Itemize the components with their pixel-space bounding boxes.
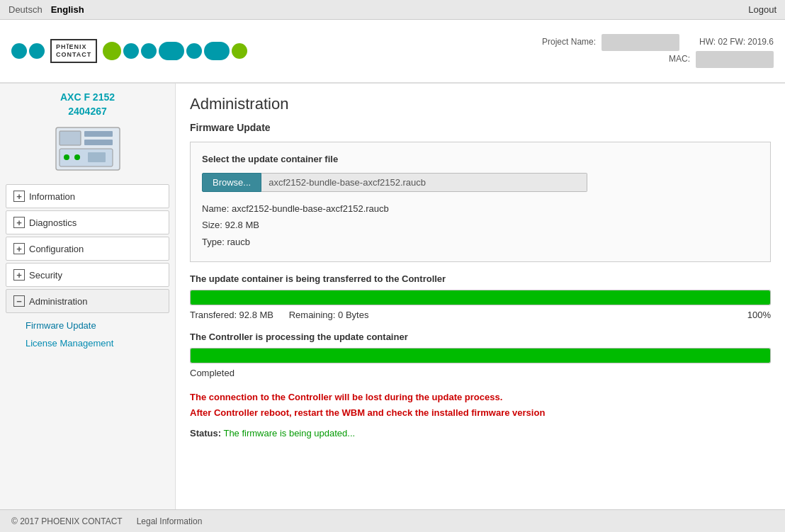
footer: © 2017 PHOENIX CONTACT Legal Information bbox=[0, 509, 785, 532]
sidebar-item-diagnostics[interactable]: + Diagnostics bbox=[6, 210, 169, 234]
device-title: AXC F 2152 2404267 bbox=[6, 91, 169, 118]
header: PHǐENIX CONTACT Project Name: HW: 02 FW:… bbox=[0, 20, 785, 84]
logo-circle-teal2 bbox=[29, 43, 45, 59]
device-model: AXC F 2152 bbox=[6, 91, 169, 105]
mac-row: MAC: bbox=[542, 51, 774, 68]
logo-text: PHǐENIX CONTACT bbox=[50, 39, 97, 63]
file-input-row: Browse... axcf2152-bundle-base-axcf2152.… bbox=[202, 173, 759, 192]
expand-icon-administration: − bbox=[13, 295, 25, 307]
sidebar-item-information[interactable]: + Information bbox=[6, 184, 169, 208]
hw-info: HW: 02 FW: 2019.6 bbox=[699, 35, 774, 50]
sidebar-item-security-label: Security bbox=[29, 270, 62, 281]
mac-value bbox=[696, 51, 774, 68]
warning-line1: The connection to the Controller will be… bbox=[190, 390, 771, 405]
administration-subnav: Firmware Update License Management bbox=[6, 315, 169, 353]
device-svg bbox=[52, 124, 123, 174]
expand-icon-security: + bbox=[13, 269, 25, 281]
transfer-progress-fill bbox=[191, 290, 770, 305]
status-label: Status: bbox=[190, 428, 221, 438]
section-title: Firmware Update bbox=[190, 122, 771, 133]
svg-rect-2 bbox=[84, 131, 113, 137]
remaining-label: Remaining: 0 Bytes bbox=[289, 310, 369, 320]
logo-circle-teal5 bbox=[186, 43, 202, 59]
logo-circles-left bbox=[11, 43, 45, 59]
device-serial: 2404267 bbox=[6, 105, 169, 119]
sidebar-item-configuration-label: Configuration bbox=[29, 244, 84, 254]
logo-circle-teal3 bbox=[123, 43, 139, 59]
mac-label: MAC: bbox=[669, 52, 690, 67]
transfer-percentage: 100% bbox=[747, 310, 771, 320]
file-name-display: axcf2152-bundle-base-axcf2152.raucb bbox=[261, 173, 587, 192]
processing-progress-bar bbox=[190, 348, 771, 363]
logo-circle-teal1 bbox=[11, 43, 27, 59]
footer-legal-link[interactable]: Legal Information bbox=[137, 516, 203, 526]
logout-button[interactable]: Logout bbox=[748, 4, 776, 15]
logo-circle-green1 bbox=[103, 42, 121, 60]
page-title: Administration bbox=[190, 95, 771, 113]
language-switcher: Deutsch English bbox=[9, 4, 84, 15]
transfer-progress-bar bbox=[190, 290, 771, 305]
completed-text: Completed bbox=[190, 368, 771, 378]
logo: PHǐENIX CONTACT bbox=[11, 39, 247, 63]
logo-circle-teal4 bbox=[141, 43, 157, 59]
lang-en-button[interactable]: English bbox=[51, 4, 84, 15]
project-name-row: Project Name: HW: 02 FW: 2019.6 bbox=[542, 34, 774, 51]
svg-rect-1 bbox=[60, 131, 81, 145]
browse-button[interactable]: Browse... bbox=[202, 173, 261, 192]
sidebar-item-configuration[interactable]: + Configuration bbox=[6, 237, 169, 261]
device-image bbox=[6, 124, 169, 176]
logo-circles-right bbox=[103, 42, 247, 60]
file-selection-box: Select the update container file Browse.… bbox=[190, 142, 771, 262]
transferred-label: Transfered: 92.8 MB bbox=[190, 310, 273, 320]
project-name-value bbox=[602, 34, 679, 51]
file-selection-title: Select the update container file bbox=[202, 154, 759, 164]
warning-line2: After Controller reboot, restart the WBM… bbox=[190, 405, 771, 421]
project-name-label: Project Name: bbox=[542, 35, 596, 50]
expand-icon-information: + bbox=[13, 191, 25, 202]
processing-progress-fill bbox=[191, 349, 770, 363]
sidebar-subitem-firmware-update[interactable]: Firmware Update bbox=[20, 317, 169, 334]
logo-circle-green2 bbox=[232, 43, 247, 59]
processing-title: The Controller is processing the update … bbox=[190, 332, 771, 342]
lang-de-button[interactable]: Deutsch bbox=[9, 4, 43, 15]
sidebar-item-diagnostics-label: Diagnostics bbox=[29, 217, 77, 228]
file-meta-type: Type: raucb bbox=[202, 234, 759, 250]
transfer-section: The update container is being transferre… bbox=[190, 273, 771, 320]
logo-pill-teal2 bbox=[204, 42, 230, 60]
file-meta-size: Size: 92.8 MB bbox=[202, 217, 759, 233]
processing-section: The Controller is processing the update … bbox=[190, 332, 771, 378]
file-meta: Name: axcf2152-bundle-base-axcf2152.rauc… bbox=[202, 200, 759, 250]
sidebar-item-security[interactable]: + Security bbox=[6, 263, 169, 287]
sidebar-subitem-license-management[interactable]: License Management bbox=[20, 334, 169, 352]
svg-point-6 bbox=[74, 154, 80, 160]
sidebar: AXC F 2152 2404267 + Information + Diagn… bbox=[0, 84, 176, 509]
status-row: Status: The firmware is being updated... bbox=[190, 428, 771, 438]
file-meta-name: Name: axcf2152-bundle-base-axcf2152.rauc… bbox=[202, 200, 759, 217]
project-info: Project Name: HW: 02 FW: 2019.6 MAC: bbox=[542, 34, 774, 67]
footer-copyright: © 2017 PHOENIX CONTACT bbox=[11, 516, 123, 526]
svg-rect-7 bbox=[88, 152, 106, 162]
logo-pill-teal bbox=[159, 42, 184, 60]
transfer-stats: Transfered: 92.8 MB Remaining: 0 Bytes 1… bbox=[190, 310, 771, 320]
expand-icon-diagnostics: + bbox=[13, 217, 25, 228]
transfer-transferred: Transfered: 92.8 MB Remaining: 0 Bytes bbox=[190, 310, 368, 320]
sidebar-item-information-label: Information bbox=[29, 191, 75, 202]
status-value: The firmware is being updated... bbox=[223, 428, 355, 438]
expand-icon-configuration: + bbox=[13, 243, 25, 254]
main-content: Administration Firmware Update Select th… bbox=[176, 84, 785, 509]
warning-box: The connection to the Controller will be… bbox=[190, 390, 771, 438]
transfer-title: The update container is being transferre… bbox=[190, 273, 771, 284]
sidebar-item-administration-label: Administration bbox=[29, 296, 87, 307]
svg-rect-3 bbox=[84, 140, 113, 145]
topbar: Deutsch English Logout bbox=[0, 0, 785, 20]
layout: AXC F 2152 2404267 + Information + Diagn… bbox=[0, 84, 785, 509]
sidebar-item-administration[interactable]: − Administration bbox=[6, 289, 169, 313]
svg-point-5 bbox=[64, 154, 69, 160]
